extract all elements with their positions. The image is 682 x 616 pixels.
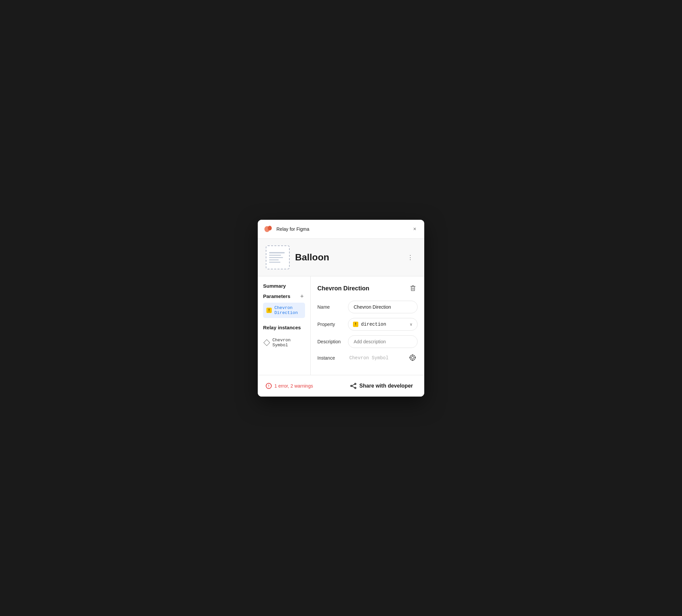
component-header: Balloon ⋮ xyxy=(258,239,424,276)
property-warning-icon: ! xyxy=(353,322,358,327)
error-status[interactable]: 1 error, 2 warnings xyxy=(266,383,313,389)
instance-label-text: Instance xyxy=(317,355,344,361)
thumbnail-line xyxy=(269,255,281,256)
svg-point-6 xyxy=(411,356,414,359)
svg-point-1 xyxy=(268,226,272,230)
right-panel: Chevron Direction Name Pro xyxy=(311,276,424,375)
target-button[interactable] xyxy=(408,352,417,364)
right-panel-header: Chevron Direction xyxy=(317,283,417,294)
description-row: Description xyxy=(317,335,417,348)
chevron-down-icon: ∨ xyxy=(410,322,413,327)
instance-row: Instance Chevron Symbol xyxy=(317,352,417,364)
svg-rect-2 xyxy=(411,287,415,291)
footer: 1 error, 2 warnings Share with developer xyxy=(258,375,424,396)
title-bar: Relay for Figma × xyxy=(258,220,424,239)
property-row: Property ! direction ∨ xyxy=(317,318,417,330)
parameter-item-chevron-direction[interactable]: ! Chevron Direction xyxy=(263,303,305,318)
parameters-section-title: Parameters xyxy=(263,293,290,299)
share-label: Share with developer xyxy=(359,383,413,389)
share-icon xyxy=(350,383,357,389)
right-panel-title: Chevron Direction xyxy=(317,285,369,292)
relay-instances-title: Relay instances xyxy=(263,325,305,330)
property-select[interactable]: ! direction ∨ xyxy=(348,318,417,330)
target-icon xyxy=(409,354,416,361)
title-bar-left: Relay for Figma xyxy=(264,224,309,234)
name-label: Name xyxy=(317,304,344,310)
thumbnail-line xyxy=(269,252,285,253)
instance-label: Chevron Symbol xyxy=(272,338,304,348)
svg-line-14 xyxy=(352,384,355,386)
relay-logo xyxy=(264,224,273,234)
main-content: Summary Parameters + ! Chevron Direction… xyxy=(258,276,424,375)
svg-line-15 xyxy=(352,386,355,388)
error-circle-icon xyxy=(266,383,272,389)
svg-point-5 xyxy=(410,355,415,360)
error-text: 1 error, 2 warnings xyxy=(274,383,313,389)
description-label: Description xyxy=(317,339,344,344)
name-row: Name xyxy=(317,301,417,313)
delete-button[interactable] xyxy=(408,283,417,294)
property-label: Property xyxy=(317,322,344,327)
parameters-header: Parameters + xyxy=(263,293,305,299)
instance-value: Chevron Symbol xyxy=(348,355,404,361)
share-button[interactable]: Share with developer xyxy=(347,381,416,391)
add-parameter-button[interactable]: + xyxy=(299,293,305,299)
app-title: Relay for Figma xyxy=(276,226,309,232)
warning-icon: ! xyxy=(267,308,272,313)
component-thumbnail xyxy=(266,245,290,269)
component-name: Balloon xyxy=(295,252,329,263)
close-button[interactable]: × xyxy=(411,225,418,233)
component-header-left: Balloon xyxy=(266,245,329,269)
thumbnail-line xyxy=(269,259,279,260)
thumbnail-line xyxy=(269,257,283,258)
diamond-icon xyxy=(264,339,270,346)
left-panel: Summary Parameters + ! Chevron Direction… xyxy=(258,276,311,375)
close-icon: × xyxy=(413,226,416,232)
trash-icon xyxy=(410,284,416,292)
summary-section-title: Summary xyxy=(263,283,305,289)
thumbnail-line xyxy=(269,262,280,263)
relay-instances-section: Relay instances Chevron Symbol xyxy=(263,325,305,350)
instance-item-chevron-symbol[interactable]: Chevron Symbol xyxy=(263,335,305,350)
more-options-button[interactable]: ⋮ xyxy=(405,252,416,263)
property-select-value: direction xyxy=(361,322,407,327)
more-icon: ⋮ xyxy=(407,254,414,261)
parameter-label: Chevron Direction xyxy=(274,305,302,315)
name-input[interactable] xyxy=(348,301,417,313)
app-window: Relay for Figma × Balloon ⋮ Summary xyxy=(258,220,424,396)
description-input[interactable] xyxy=(348,335,417,348)
